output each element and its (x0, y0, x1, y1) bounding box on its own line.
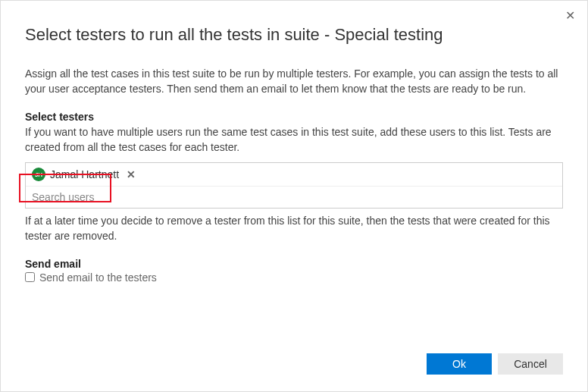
send-email-checkbox-label: Send email to the testers (39, 271, 157, 284)
avatar: JH (32, 168, 45, 181)
send-email-label: Send email (25, 258, 563, 270)
search-row (26, 186, 562, 208)
select-testers-description: If you want to have multiple users run t… (25, 124, 563, 155)
select-testers-label: Select testers (25, 111, 563, 123)
user-picker[interactable]: JH Jamal Hartnett ✕ (25, 162, 563, 209)
button-row: Ok Cancel (427, 353, 563, 375)
dialog-title: Select testers to run all the tests in s… (25, 25, 563, 45)
search-input[interactable] (32, 191, 556, 203)
close-icon[interactable]: ✕ (565, 10, 575, 22)
send-email-checkbox[interactable] (25, 272, 35, 282)
remove-note: If at a later time you decide to remove … (25, 213, 563, 244)
dialog-description: Assign all the test cases in this test s… (25, 66, 563, 97)
user-chip: JH Jamal Hartnett ✕ (26, 163, 562, 186)
ok-button[interactable]: Ok (427, 353, 492, 375)
remove-user-icon[interactable]: ✕ (127, 168, 136, 180)
user-name: Jamal Hartnett (50, 168, 119, 180)
cancel-button[interactable]: Cancel (498, 353, 563, 375)
